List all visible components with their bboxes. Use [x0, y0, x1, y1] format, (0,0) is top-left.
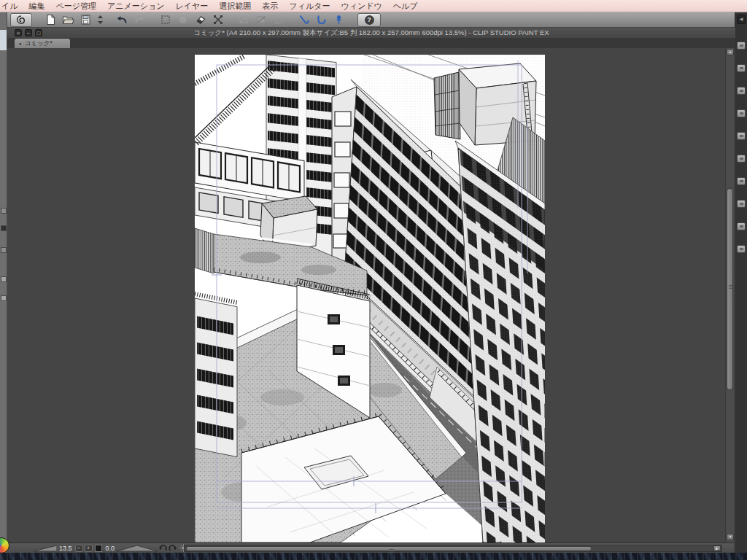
redo-button[interactable]	[133, 13, 147, 26]
document-tab-bar: ● コミック*	[7, 38, 735, 48]
snap-to-special-ruler-button[interactable]	[332, 13, 346, 26]
menu-item-window[interactable]: ウィンドウ	[341, 1, 382, 12]
menu-item-help[interactable]: ヘルプ	[393, 1, 418, 12]
dock-palette-button[interactable]	[737, 200, 746, 208]
desktop-sliver	[0, 553, 747, 560]
disabled-tool-1[interactable]	[236, 13, 250, 26]
stepper-arrows-icon	[97, 15, 104, 25]
snap-curve-icon	[315, 14, 328, 26]
disabled-tool-2[interactable]	[254, 13, 268, 26]
dock-palette-button[interactable]	[737, 245, 746, 253]
snap-pin-icon	[333, 14, 344, 26]
horizontal-scrollbar[interactable]: ▶	[184, 545, 722, 552]
canvas-artwork	[195, 55, 545, 542]
disabled-tool-icon	[255, 14, 267, 26]
menu-bar: イル 編集 ページ管理 アニメーション レイヤー 選択範囲 表示 フィルター ウ…	[0, 0, 747, 12]
zoom-value: 13.5	[59, 545, 72, 552]
subtool-item[interactable]	[1, 295, 7, 301]
horizontal-scrollbar-thumb[interactable]	[186, 546, 592, 551]
transform-icon	[212, 14, 224, 26]
subtool-item[interactable]	[1, 276, 7, 282]
dock-palette-button[interactable]	[737, 109, 746, 117]
new-file-icon	[45, 14, 56, 26]
tool-palette-edge	[0, 12, 7, 553]
disabled-tool-icon	[238, 14, 249, 26]
tab-label: コミック*	[25, 39, 53, 48]
disabled-tool-3[interactable]	[271, 13, 285, 26]
palette-dock: ◀	[735, 12, 747, 560]
deselect-button[interactable]	[158, 13, 172, 26]
menu-item-layer[interactable]: レイヤー	[176, 1, 209, 12]
dock-palette-button[interactable]	[737, 42, 746, 50]
canvas-page[interactable]	[195, 55, 545, 542]
open-file-button[interactable]	[61, 13, 75, 26]
dock-palette-button[interactable]	[737, 177, 746, 185]
reselect-button[interactable]	[176, 13, 190, 26]
deselect-icon	[160, 14, 171, 26]
clear-button[interactable]	[193, 13, 207, 26]
zoom-slider[interactable]	[34, 545, 57, 552]
menu-item-view[interactable]: 表示	[262, 1, 278, 12]
menu-item-file[interactable]: イル	[1, 1, 18, 12]
dock-collapse-button[interactable]: ◀	[737, 15, 746, 24]
menu-item-animation[interactable]: アニメーション	[107, 1, 165, 12]
trash-icon[interactable]	[1, 208, 7, 214]
command-bar: ?	[0, 12, 747, 28]
snap-to-curve-button[interactable]	[314, 13, 328, 26]
tab-comic[interactable]: ● コミック*	[15, 39, 70, 48]
clear-icon	[195, 14, 206, 26]
undo-button[interactable]	[115, 13, 129, 26]
scroll-up-button[interactable]: ▲	[727, 49, 734, 55]
dock-palette-button[interactable]	[737, 132, 746, 140]
modified-dot-icon: ●	[19, 42, 22, 46]
canvas-viewport[interactable]	[7, 48, 725, 542]
menu-item-edit[interactable]: 編集	[29, 1, 45, 12]
save-stepper[interactable]	[96, 13, 104, 26]
fit-to-screen-button[interactable]	[95, 545, 102, 552]
zoom-in-button[interactable]: +	[85, 545, 93, 552]
save-file-button[interactable]	[79, 13, 93, 26]
snap-ruler-icon	[298, 14, 310, 26]
help-button[interactable]: ?	[357, 13, 381, 27]
undo-icon	[116, 14, 128, 26]
magnifier-icon[interactable]	[1, 247, 7, 253]
vertical-scrollbar-thumb[interactable]	[727, 188, 733, 390]
save-file-icon	[80, 14, 91, 26]
snap-to-ruler-button[interactable]	[297, 13, 311, 26]
help-icon: ?	[365, 15, 374, 25]
dock-palette-button[interactable]	[737, 222, 746, 230]
reselect-icon	[177, 14, 189, 26]
rotation-value: 0.0	[106, 545, 115, 552]
status-bar: 13.5 − + 0.0 ▶ ▶	[7, 542, 734, 553]
redo-icon	[133, 14, 146, 26]
document-title: コミック* (A4 210.00 x 297.00mm 製本サイズ:B5 判 1…	[7, 28, 735, 38]
vertical-scrollbar[interactable]: ▲ ▼	[725, 48, 734, 542]
menu-item-page-manage[interactable]: ページ管理	[56, 1, 97, 12]
scrollbar-grip	[729, 285, 732, 289]
tool-preview-sliver	[0, 30, 7, 50]
rotate-right-icon	[169, 544, 177, 552]
zoom-out-button[interactable]: −	[75, 545, 83, 552]
disabled-tool-icon	[273, 14, 285, 26]
dock-palette-button[interactable]	[737, 155, 746, 163]
dock-palette-button[interactable]	[737, 87, 746, 95]
dock-palette-button[interactable]	[737, 64, 746, 72]
scroll-right-button[interactable]: ▶	[713, 545, 721, 551]
rotation-slider[interactable]	[117, 545, 158, 552]
document-title-bar: × − □ コミック* (A4 210.00 x 297.00mm 製本サイズ:…	[7, 28, 735, 39]
scroll-down-button[interactable]: ▼	[727, 534, 734, 540]
clip-studio-logo-icon	[15, 14, 27, 26]
clip-studio-paint-window: イル 編集 ページ管理 アニメーション レイヤー 選択範囲 表示 フィルター ウ…	[0, 0, 747, 560]
transform-button[interactable]	[211, 13, 225, 26]
menu-item-filter[interactable]: フィルター	[289, 1, 330, 12]
rotate-left-icon	[158, 544, 167, 552]
clip-studio-logo-button[interactable]	[10, 13, 32, 27]
open-file-icon	[62, 14, 74, 26]
new-file-button[interactable]	[44, 13, 58, 26]
menu-item-selection[interactable]: 選択範囲	[219, 1, 251, 12]
pen-tool-icon[interactable]	[1, 225, 7, 231]
